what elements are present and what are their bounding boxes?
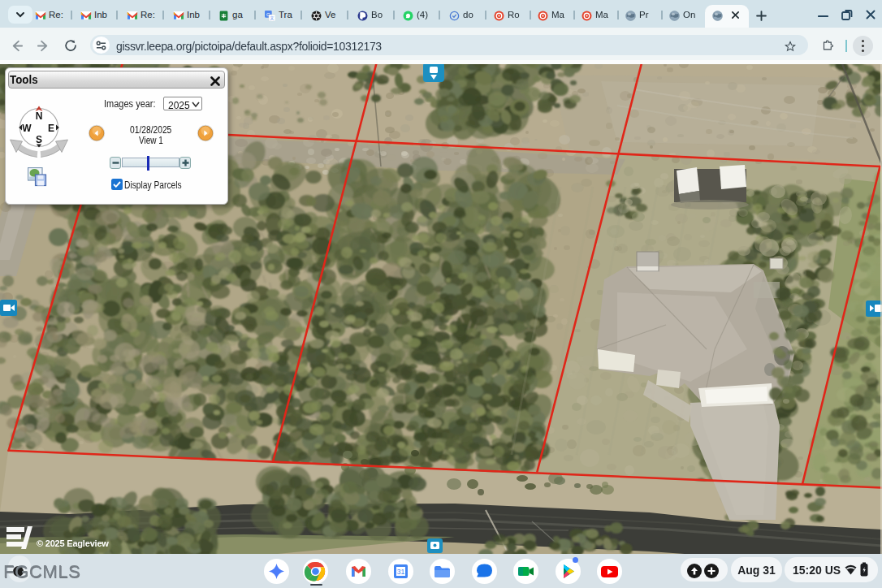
svg-text:文: 文: [270, 15, 275, 20]
svg-text:E: E: [48, 123, 54, 134]
svg-text:S: S: [36, 134, 42, 145]
svg-text:© 2025 Eagleview: © 2025 Eagleview: [37, 538, 109, 548]
svg-text:W: W: [22, 123, 32, 134]
svg-text:31: 31: [396, 568, 404, 576]
svg-text:N: N: [36, 110, 43, 122]
